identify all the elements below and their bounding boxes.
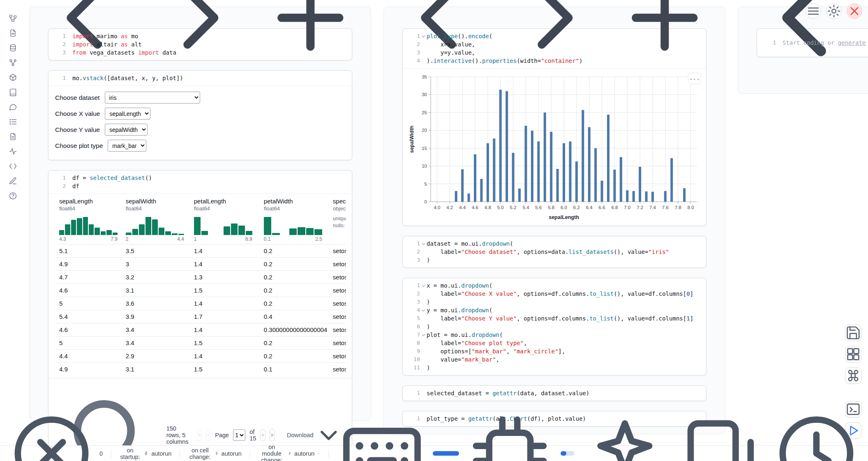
plus-icon — [261, 0, 360, 67]
column-scroll-right-button[interactable] — [148, 0, 247, 67]
recent-history-button[interactable] — [771, 408, 861, 461]
command-icon — [845, 368, 861, 383]
memory-button[interactable] — [465, 408, 555, 461]
autorun-config-value: autorun — [222, 450, 242, 457]
table-row[interactable]: 4.42.91.40.2setosa — [56, 350, 346, 363]
autorun-config-item[interactable]: on cell change:autorun — [188, 447, 242, 460]
packages-sidebar-button[interactable] — [5, 70, 22, 85]
bolt-icon — [215, 450, 219, 456]
notebook-column-1: 1import marimo as mo2import altair as al… — [29, 7, 371, 421]
fold-icon[interactable] — [420, 281, 427, 290]
page-label: Page — [215, 432, 229, 438]
svg-text:0: 0 — [425, 199, 427, 204]
sepal-bar-chart[interactable]: 4.04.24.44.64.85.05.25.45.65.86.06.26.46… — [408, 74, 703, 222]
keyboard-shortcuts-button[interactable] — [845, 367, 861, 384]
code-line: 2 label="Choose dataset", options=data.l… — [407, 248, 700, 256]
code-editor[interactable]: 1df = selected_dataset()2df — [48, 171, 352, 194]
add-cell-button[interactable] — [259, 0, 362, 67]
chat-sidebar-button[interactable] — [5, 99, 22, 114]
download-button[interactable]: Download — [284, 421, 345, 445]
svg-text:5.4: 5.4 — [522, 205, 529, 210]
column-header[interactable]: sepalLengthfloat64 — [56, 196, 122, 214]
column-header[interactable]: speciesobject — [330, 196, 346, 214]
dependencies-sidebar-button[interactable] — [5, 55, 22, 70]
layout-toggle-button[interactable] — [845, 346, 861, 362]
file-code-sidebar-button[interactable] — [5, 25, 22, 40]
shutdown-button[interactable] — [847, 3, 862, 19]
column-histogram: 0.12.5 — [261, 214, 330, 244]
table-row[interactable]: 5.43.91.70.4setosa — [56, 310, 346, 323]
column-header[interactable]: petalWidthfloat64 — [261, 196, 330, 214]
svg-text:5.6: 5.6 — [535, 205, 542, 210]
table-row[interactable]: 4.931.40.2setosa — [56, 258, 346, 271]
svg-text:10: 10 — [422, 164, 427, 168]
chart-actions-button[interactable] — [688, 73, 701, 84]
datasets-sidebar-button[interactable] — [5, 40, 22, 55]
column-header[interactable]: sepalWidthfloat64 — [122, 196, 191, 214]
chevrons-right-icon — [270, 429, 274, 441]
code-line: 1df = selected_dataset() — [53, 174, 346, 182]
circle-x-icon — [7, 408, 97, 461]
bolt-icon — [144, 450, 148, 456]
svg-text:5.8: 5.8 — [548, 205, 554, 210]
code-editor[interactable]: 1selected_dataset = getattr(data, datase… — [403, 386, 706, 401]
dropdown-label: Choose Y value — [55, 126, 100, 134]
table-row[interactable]: 4.63.41.40.30000000000000004setosa — [56, 323, 346, 337]
last-page-button[interactable] — [270, 429, 275, 441]
code-line: 2 label="Choose X value", options=df.col… — [407, 290, 700, 298]
column-2-header — [384, 7, 725, 28]
prev-page-button[interactable] — [206, 429, 211, 441]
notebook-sidebar-button[interactable] — [5, 85, 22, 99]
help-sidebar-button[interactable] — [5, 188, 22, 203]
column-header[interactable]: petalLengthfloat64 — [191, 196, 261, 214]
keyboard-button[interactable] — [337, 408, 427, 461]
snippets-sidebar-button[interactable] — [5, 159, 22, 173]
code-editor[interactable]: 1dataset = mo.ui.dropdown(2 label="Choos… — [403, 236, 706, 267]
documentation-icon — [9, 132, 17, 141]
workflow-sidebar-button[interactable] — [5, 11, 22, 25]
code-line: 3) — [407, 256, 700, 264]
tracing-sidebar-button[interactable] — [5, 144, 22, 159]
table-row[interactable]: 4.93.11.50.1setosa — [56, 363, 346, 376]
save-icon — [845, 325, 861, 341]
dropdown-select[interactable]: iris — [105, 92, 200, 104]
table-row[interactable]: 53.41.50.2setosa — [56, 337, 346, 350]
first-page-button[interactable] — [197, 429, 202, 441]
table-row[interactable]: 4.63.11.50.2setosa — [56, 284, 346, 297]
next-page-button[interactable] — [260, 429, 265, 441]
code-line: 3) — [407, 298, 700, 306]
table-row[interactable]: 4.73.21.30.2setosa — [56, 271, 346, 284]
documentation-sidebar-button[interactable] — [5, 129, 22, 144]
add-cell-button[interactable] — [613, 0, 717, 67]
fold-icon[interactable] — [420, 306, 427, 314]
errors-indicator[interactable]: 0 — [7, 408, 103, 461]
datasets-icon — [9, 44, 17, 52]
code-editor[interactable]: 1x = mo.ui.dropdown(2 label="Choose X va… — [403, 278, 706, 375]
fold-icon[interactable] — [420, 32, 427, 40]
autorun-config-item[interactable]: on module change:autorun — [258, 444, 320, 461]
caret-down-icon — [317, 451, 320, 456]
page-select[interactable]: 1 — [233, 429, 245, 441]
ai-assistant-button[interactable] — [580, 408, 670, 461]
fold-icon[interactable] — [420, 331, 427, 339]
scratchpad-sidebar-button[interactable] — [5, 173, 22, 188]
keyboard-icon — [337, 408, 427, 461]
clock-icon — [771, 408, 861, 461]
fold-icon[interactable] — [420, 240, 427, 248]
cells-panel-button[interactable] — [676, 408, 766, 461]
svg-text:7.8: 7.8 — [675, 205, 681, 210]
autorun-config-item[interactable]: on startup:autorun — [120, 447, 172, 460]
table-row[interactable]: 53.61.40.2setosa — [56, 297, 346, 310]
dropdown-select[interactable]: sepalWidth — [105, 124, 148, 136]
dropdown-select[interactable]: mark_bar — [108, 140, 146, 152]
left-icon-sidebar — [0, 0, 26, 445]
outline-sidebar-button[interactable] — [5, 114, 22, 129]
save-button[interactable] — [845, 325, 861, 341]
autorun-config-value: autorun — [294, 450, 314, 457]
settings-button[interactable] — [826, 3, 842, 19]
code-editor[interactable]: 1mo.vstack([dataset, x, y, plot]) — [48, 71, 352, 85]
dropdown-select[interactable]: sepalLength — [105, 108, 150, 120]
table-row[interactable]: 5.13.51.40.2setosa — [56, 244, 346, 258]
top-right-controls — [806, 3, 862, 19]
menu-button[interactable] — [806, 3, 821, 19]
